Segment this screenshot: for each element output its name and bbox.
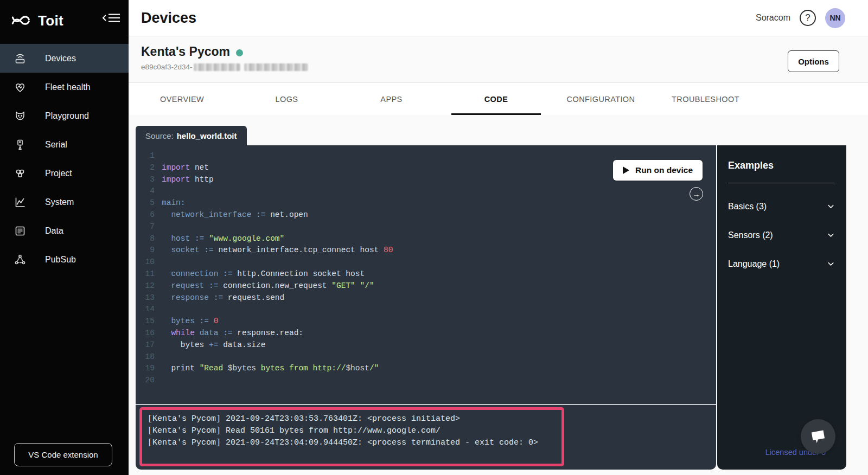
- arrow-right-circle-icon[interactable]: →: [690, 187, 703, 201]
- device-header: Kenta's Pycom e89c0af3-2d34- Options: [129, 36, 868, 83]
- code-text: response := request.send: [162, 292, 284, 304]
- code-text: import http: [162, 174, 214, 186]
- code-text: bytes := 0: [162, 316, 218, 328]
- code-line: 11 connection := http.Connection socket …: [136, 268, 716, 280]
- line-number: 20: [136, 375, 162, 387]
- code-text: socket := network_interface.tcp_connect …: [162, 245, 393, 256]
- devices-icon: [14, 52, 27, 65]
- redacted-id-block: [194, 63, 240, 71]
- chat-button[interactable]: [801, 419, 835, 454]
- examples-divider: [728, 183, 835, 183]
- sidebar-item-project[interactable]: Project: [0, 159, 129, 188]
- run-on-device-button[interactable]: Run on device: [613, 160, 703, 181]
- tab-apps[interactable]: APPS: [339, 83, 444, 115]
- code-line: 16 while data := response.read:: [136, 328, 716, 339]
- vscode-extension-button[interactable]: VS Code extension: [14, 443, 112, 466]
- line-number: 18: [136, 351, 162, 363]
- line-number: 15: [136, 316, 162, 328]
- code-line: 6 network_interface := net.open: [136, 209, 716, 221]
- avatar[interactable]: NN: [825, 8, 845, 28]
- play-icon: [623, 166, 629, 174]
- tab-logs[interactable]: LOGS: [234, 83, 339, 115]
- help-icon[interactable]: ?: [800, 10, 816, 26]
- sidebar-item-label: Project: [45, 169, 72, 178]
- system-icon: [14, 196, 27, 209]
- code-text: network_interface := net.open: [162, 209, 308, 221]
- fleet-health-icon: [14, 81, 27, 94]
- line-number: 2: [136, 162, 162, 174]
- code-line: 19 print "Read $bytes bytes from http://…: [136, 363, 716, 375]
- examples-panel: Examples Basics (3) Sensors (2) Language…: [717, 145, 846, 470]
- main-content: Devices Soracom ? NN Kenta's Pycom e89c0…: [129, 0, 868, 475]
- code-line: 15 bytes := 0: [136, 316, 716, 328]
- logo-text: Toit: [38, 12, 63, 29]
- sidebar-item-label: PubSub: [45, 255, 76, 265]
- examples-title: Examples: [728, 160, 835, 171]
- tab-overview[interactable]: OVERVIEW: [130, 83, 234, 115]
- code-text: main:: [162, 197, 186, 209]
- chevron-down-icon: [826, 259, 835, 268]
- sidebar-item-label: Fleet health: [45, 82, 91, 92]
- example-group-sensors-2[interactable]: Sensors (2): [728, 221, 835, 249]
- code-text: host := "www.google.com": [162, 233, 284, 245]
- line-number: 17: [136, 339, 162, 351]
- code-text: import net: [162, 162, 209, 174]
- example-group-label: Sensors (2): [728, 230, 773, 240]
- chevron-down-icon: [826, 230, 835, 240]
- sidebar-item-system[interactable]: System: [0, 188, 129, 216]
- sidebar-item-label: Playground: [45, 111, 89, 121]
- example-group-language-1[interactable]: Language (1): [728, 249, 835, 278]
- line-number: 3: [136, 174, 162, 186]
- code-editor: 12import net3import http45main:6 network…: [136, 145, 716, 404]
- device-name: Kenta's Pycom: [141, 44, 230, 59]
- tab-configuration[interactable]: CONFIGURATION: [548, 83, 653, 115]
- line-number: 8: [136, 233, 162, 245]
- sidebar-item-data[interactable]: Data: [0, 216, 129, 245]
- example-group-label: Basics (3): [728, 202, 767, 211]
- code-line: 10: [136, 256, 716, 268]
- source-label: Source:: [145, 131, 174, 140]
- redacted-id-block: [244, 63, 308, 71]
- code-area[interactable]: 12import net3import http45main:6 network…: [136, 145, 716, 387]
- code-line: 14: [136, 304, 716, 316]
- sidebar-item-label: Serial: [45, 140, 67, 150]
- sidebar-item-fleet-health[interactable]: Fleet health: [0, 73, 129, 101]
- sidebar-item-pubsub[interactable]: PubSub: [0, 245, 129, 274]
- sidebar-item-devices[interactable]: Devices: [0, 44, 129, 73]
- code-text: print "Read $bytes bytes from http://$ho…: [162, 363, 379, 375]
- code-line: 18: [136, 351, 716, 363]
- device-id: e89c0af3-2d34-: [141, 63, 856, 71]
- code-line: 17 bytes += data.size: [136, 339, 716, 351]
- code-line: 20: [136, 375, 716, 387]
- chevron-down-icon: [826, 202, 835, 211]
- console-log-line: [Kenta's Pycom] 2021-09-24T23:04:09.9444…: [148, 437, 556, 449]
- line-number: 7: [136, 221, 162, 233]
- line-number: 10: [136, 256, 162, 268]
- line-number: 14: [136, 304, 162, 316]
- console-log-line: [Kenta's Pycom] Read 50161 bytes from ht…: [148, 425, 556, 437]
- serial-icon: [14, 138, 27, 151]
- device-online-status-dot: [236, 49, 243, 56]
- line-number: 19: [136, 363, 162, 375]
- tab-code[interactable]: CODE: [444, 83, 548, 115]
- code-line: 8 host := "www.google.com": [136, 233, 716, 245]
- sidebar-item-serial[interactable]: Serial: [0, 130, 129, 159]
- console-log-line: [Kenta's Pycom] 2021-09-24T23:03:53.7634…: [148, 413, 556, 425]
- line-number: 16: [136, 328, 162, 339]
- line-number: 11: [136, 268, 162, 280]
- code-line: 13 response := request.send: [136, 292, 716, 304]
- example-group-basics-3[interactable]: Basics (3): [728, 192, 835, 221]
- tab-troubleshoot[interactable]: TROUBLESHOOT: [653, 83, 758, 115]
- sidebar-collapse-icon[interactable]: [101, 12, 121, 26]
- line-number: 9: [136, 245, 162, 256]
- console-panel: [Kenta's Pycom] 2021-09-24T23:03:53.7634…: [136, 404, 716, 470]
- code-line: 9 socket := network_interface.tcp_connec…: [136, 245, 716, 256]
- line-number: 4: [136, 185, 162, 197]
- sidebar-item-playground[interactable]: Playground: [0, 101, 129, 130]
- options-button[interactable]: Options: [788, 50, 839, 72]
- org-menu[interactable]: Soracom: [756, 13, 790, 23]
- data-icon: [14, 224, 27, 238]
- source-file-tab[interactable]: Source: hello_world.toit: [136, 126, 247, 145]
- sidebar-item-label: Devices: [45, 54, 76, 63]
- line-number: 12: [136, 280, 162, 292]
